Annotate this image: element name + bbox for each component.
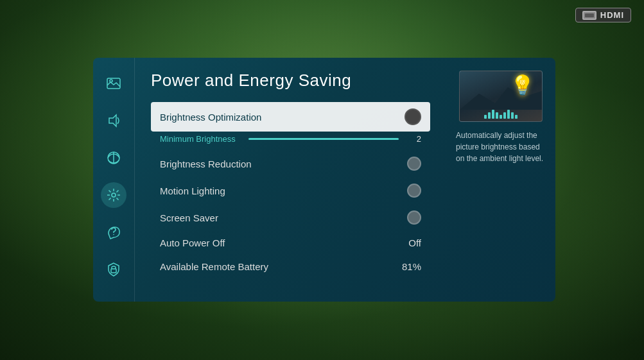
- screen-saver-label: Screen Saver: [160, 212, 218, 223]
- brightness-slider[interactable]: [248, 138, 399, 140]
- menu-list: Brightness Optimization Minimum Brightne…: [151, 102, 430, 279]
- remote-battery-value: 81%: [402, 261, 421, 272]
- motion-lighting-label: Motion Lighting: [160, 185, 225, 196]
- main-panel: Power and Energy Saving Brightness Optim…: [93, 58, 555, 302]
- auto-power-off-value: Off: [408, 237, 421, 248]
- sidebar-item-general[interactable]: [101, 182, 126, 208]
- hdmi-icon: [582, 11, 596, 20]
- screen-saver-toggle[interactable]: [407, 210, 421, 225]
- hdmi-label: HDMI: [600, 10, 624, 20]
- sidebar-item-picture[interactable]: [101, 71, 126, 96]
- slider-track: [248, 138, 399, 140]
- brightness-optimization-toggle[interactable]: [405, 108, 421, 125]
- preview-description: Automatically adjust the picture brightn…: [456, 130, 546, 164]
- brightness-reduction-label: Brightness Reduction: [160, 159, 252, 169]
- preview-bar: [488, 112, 491, 119]
- sidebar-item-network[interactable]: [101, 145, 126, 171]
- menu-item-screen-saver[interactable]: Screen Saver: [151, 204, 430, 231]
- menu-item-brightness-reduction[interactable]: Brightness Reduction: [151, 150, 430, 177]
- preview-bar: [511, 112, 514, 119]
- content-area: Power and Energy Saving Brightness Optim…: [135, 58, 446, 302]
- sidebar-item-sound[interactable]: [101, 108, 126, 133]
- hdmi-badge: HDMI: [575, 8, 631, 22]
- svg-rect-9: [111, 269, 116, 273]
- preview-bar: [492, 110, 494, 119]
- preview-bar: [515, 115, 518, 119]
- minimum-brightness-value: 2: [412, 134, 421, 144]
- motion-lighting-toggle[interactable]: [407, 184, 421, 198]
- auto-power-off-label: Auto Power Off: [160, 237, 225, 248]
- preview-bar: [507, 110, 510, 119]
- svg-point-7: [112, 193, 116, 197]
- svg-marker-4: [109, 115, 116, 126]
- preview-bar: [484, 115, 487, 119]
- svg-point-3: [110, 80, 112, 82]
- brightness-optimization-label: Brightness Optimization: [160, 112, 261, 123]
- preview-bar: [503, 112, 506, 119]
- sidebar-item-support[interactable]: [101, 219, 126, 245]
- minimum-brightness-label: Minimum Brightness: [160, 134, 236, 144]
- sub-item-minimum-brightness: Minimum Brightness 2: [151, 132, 430, 150]
- bulb-icon: 💡: [510, 74, 534, 96]
- sidebar: [93, 58, 135, 302]
- page-title: Power and Energy Saving: [151, 71, 430, 90]
- preview-bars: [484, 110, 518, 119]
- menu-item-auto-power-off[interactable]: Auto Power Off Off: [151, 231, 430, 255]
- menu-item-motion-lighting[interactable]: Motion Lighting: [151, 177, 430, 204]
- preview-panel: 💡 Automatically adjust the picture brigh…: [446, 58, 555, 302]
- preview-image: 💡: [459, 71, 543, 122]
- remote-battery-label: Available Remote Battery: [160, 261, 268, 272]
- menu-item-remote-battery[interactable]: Available Remote Battery 81%: [151, 255, 430, 279]
- brightness-reduction-toggle[interactable]: [407, 157, 421, 171]
- svg-rect-1: [585, 13, 594, 17]
- menu-item-brightness-optimization[interactable]: Brightness Optimization: [151, 102, 430, 132]
- svg-point-8: [113, 234, 114, 236]
- preview-bar: [500, 115, 502, 119]
- sidebar-item-privacy[interactable]: [101, 257, 126, 282]
- preview-bar: [496, 112, 498, 119]
